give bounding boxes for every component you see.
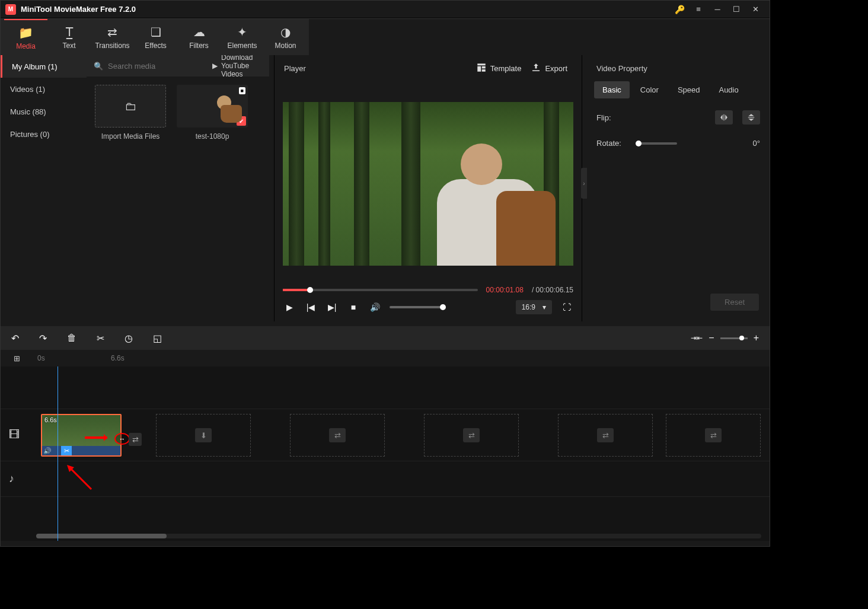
next-frame-icon[interactable]: ▶| — [326, 301, 339, 314]
tab-filters-icon: ☁ — [193, 25, 205, 39]
sidebar-item-3[interactable]: Pictures (0) — [1, 123, 87, 145]
flip-horizontal-button[interactable] — [715, 110, 733, 125]
video-badge-icon: ■ — [239, 87, 245, 94]
seek-bar[interactable] — [283, 289, 478, 291]
playhead[interactable] — [58, 366, 58, 541]
text-track[interactable] — [1, 366, 770, 409]
tab-media[interactable]: 📁 Media — [4, 19, 47, 56]
template-label: Template — [490, 64, 522, 73]
empty-clip-slot-0[interactable]: ⬇ — [156, 414, 251, 457]
timeline-clip[interactable]: 6.6s ↔ ⇄ 🔊 ✂ — [41, 414, 122, 457]
download-youtube-button[interactable]: ▶ Download YouTube Videos — [212, 53, 262, 78]
empty-clip-slot-2[interactable]: ⇄ — [424, 414, 519, 457]
reset-button[interactable]: Reset — [710, 294, 759, 311]
prop-tab-basic[interactable]: Basic — [594, 81, 630, 98]
tab-elements[interactable]: ✦ Elements — [221, 19, 264, 56]
tab-motion-icon: ◑ — [280, 25, 291, 39]
tab-effects-label: Effects — [145, 42, 166, 50]
timeline-scrollbar[interactable] — [36, 534, 761, 538]
tab-text[interactable]: T̲ Text — [47, 19, 91, 56]
maximize-icon[interactable]: ☐ — [727, 1, 746, 18]
prop-tab-speed[interactable]: Speed — [669, 81, 709, 98]
prev-frame-icon[interactable]: |◀ — [304, 301, 317, 314]
clip-split-icon[interactable]: ✂ — [61, 446, 72, 455]
ruler-mark-start: 0s — [37, 354, 45, 362]
search-icon: 🔍 — [94, 62, 103, 71]
transition-slot-icon[interactable]: ⇄ — [129, 433, 142, 446]
stop-icon[interactable]: ■ — [347, 301, 360, 314]
prop-tab-audio[interactable]: Audio — [710, 81, 746, 98]
redo-icon[interactable]: ↷ — [39, 333, 47, 344]
youtube-icon: ▶ — [212, 62, 218, 70]
empty-clip-slot-4[interactable]: ⇄ — [666, 414, 761, 457]
search-input[interactable] — [108, 62, 208, 71]
speed-icon[interactable]: ◷ — [125, 333, 133, 344]
sidebar-item-2[interactable]: Music (88) — [1, 100, 87, 123]
export-icon — [531, 62, 541, 75]
tab-transitions-label: Transitions — [95, 42, 129, 50]
annotation-arrow — [85, 436, 107, 439]
property-panel: › Video Property BasicColorSpeedAudio Fl… — [587, 55, 770, 321]
aspect-select[interactable]: 16:9 ▾ — [516, 300, 552, 314]
trim-handle-icon[interactable]: ↔ — [114, 433, 130, 445]
player-panel: Player Template Export — [274, 55, 582, 321]
sidebar-item-0[interactable]: My Album (1) — [1, 55, 87, 78]
volume-icon[interactable]: 🔊 — [368, 301, 381, 314]
timeline-toolbar: ↶ ↷ 🗑 ✂ ◷ ◱ ⇥⇤ − + — [1, 326, 770, 350]
media-clip-thumb[interactable]: ■ ✔ — [177, 85, 248, 127]
player-canvas[interactable] — [283, 102, 573, 266]
collapse-panel-button[interactable]: › — [581, 168, 587, 199]
undo-icon[interactable]: ↶ — [11, 333, 19, 344]
titlebar: M MiniTool MovieMaker Free 7.2.0 🔑 ≡ ─ ☐… — [1, 1, 770, 18]
rotate-label: Rotate: — [596, 139, 626, 148]
menu-icon[interactable]: ≡ — [689, 1, 708, 18]
volume-slider[interactable] — [390, 306, 443, 308]
minimize-icon[interactable]: ─ — [708, 1, 727, 18]
audio-track[interactable]: ♪ — [1, 461, 770, 497]
transition-icon: ⇄ — [597, 428, 614, 442]
split-icon[interactable]: ✂ — [97, 333, 104, 344]
delete-icon[interactable]: 🗑 — [67, 333, 76, 343]
timeline[interactable]: 🎞 6.6s ↔ ⇄ 🔊 ✂ ⬇⇄⇄⇄⇄ ♪ — [1, 366, 770, 541]
ruler-mark-end: 6.6s — [111, 354, 125, 362]
tab-transitions[interactable]: ⇄ Transitions — [91, 19, 134, 56]
sidebar-item-1[interactable]: Videos (1) — [1, 78, 87, 100]
check-icon: ✔ — [237, 116, 246, 126]
zoom-slider[interactable] — [720, 337, 748, 339]
close-icon[interactable]: ✕ — [746, 1, 765, 18]
import-media-button[interactable]: 🗀 — [95, 85, 166, 127]
timeline-ruler[interactable]: ⊞ 0s 6.6s — [1, 350, 770, 366]
empty-clip-slot-1[interactable]: ⇄ — [290, 414, 385, 457]
total-time: / 00:00:06.15 — [532, 286, 573, 294]
crop-icon[interactable]: ◱ — [153, 333, 162, 344]
rotate-slider[interactable] — [636, 142, 677, 145]
zoom-in-icon[interactable]: + — [754, 333, 759, 343]
tab-motion-label: Motion — [275, 42, 296, 50]
key-icon[interactable]: 🔑 — [670, 1, 689, 18]
export-button[interactable]: Export — [526, 59, 572, 78]
tab-text-label: Text — [62, 42, 75, 50]
current-time: 00:00:01.08 — [486, 286, 524, 294]
tab-elements-icon: ✦ — [237, 25, 247, 39]
empty-clip-slot-3[interactable]: ⇄ — [558, 414, 653, 457]
tab-motion[interactable]: ◑ Motion — [264, 19, 307, 56]
play-icon[interactable]: ▶ — [283, 301, 296, 314]
zoom-out-icon[interactable]: − — [709, 333, 714, 343]
app-title: MiniTool MovieMaker Free 7.2.0 — [21, 5, 136, 14]
prop-tab-color[interactable]: Color — [632, 81, 667, 98]
transition-icon: ⇄ — [463, 428, 480, 442]
add-track-icon[interactable]: ⊞ — [14, 354, 31, 363]
tab-filters[interactable]: ☁ Filters — [177, 19, 221, 56]
clip-audio-icon[interactable]: 🔊 — [42, 446, 53, 455]
fullscreen-icon[interactable]: ⛶ — [560, 301, 573, 314]
template-button[interactable]: Template — [471, 59, 526, 78]
flip-vertical-button[interactable] — [742, 110, 760, 125]
folder-icon: 🗀 — [125, 100, 136, 113]
export-label: Export — [545, 64, 567, 73]
fit-icon[interactable]: ⇥⇤ — [691, 334, 703, 342]
tab-effects[interactable]: ❏ Effects — [134, 19, 177, 56]
video-track[interactable]: 🎞 6.6s ↔ ⇄ 🔊 ✂ ⬇⇄⇄⇄⇄ — [1, 409, 770, 461]
media-panel: 🔍 ▶ Download YouTube Videos 🗀 Import Med… — [87, 55, 269, 321]
top-tabs: 📁 MediaT̲ Text⇄ Transitions❏ Effects☁ Fi… — [1, 18, 770, 55]
tab-media-icon: 📁 — [18, 25, 33, 40]
